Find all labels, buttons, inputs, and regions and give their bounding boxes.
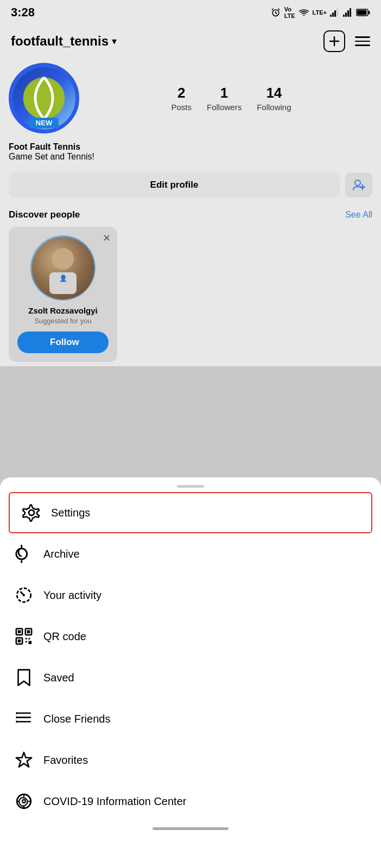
vo-lte-icon: VoLTE xyxy=(284,6,295,19)
new-post-button[interactable] xyxy=(323,30,345,52)
svg-point-30 xyxy=(23,594,25,596)
svg-rect-7 xyxy=(334,10,336,17)
home-indicator xyxy=(153,827,228,830)
svg-point-18 xyxy=(23,78,65,119)
svg-marker-46 xyxy=(16,720,18,723)
close-friends-svg-icon xyxy=(15,710,33,728)
menu-item-qr-code[interactable]: QR code xyxy=(0,616,381,657)
tennis-ball-image xyxy=(22,76,66,120)
plus-icon xyxy=(329,36,340,47)
discover-header: Discover people See All xyxy=(9,209,372,220)
svg-rect-11 xyxy=(347,10,349,17)
svg-point-22 xyxy=(52,248,74,270)
followers-stat[interactable]: 1 Followers xyxy=(207,85,242,112)
add-person-button[interactable] xyxy=(345,173,372,197)
follow-button[interactable]: Follow xyxy=(17,331,109,353)
svg-line-2 xyxy=(276,13,277,14)
hamburger-line-1 xyxy=(355,36,370,38)
your-activity-icon xyxy=(13,584,35,606)
signal1-icon xyxy=(330,8,340,17)
saved-label: Saved xyxy=(43,672,74,684)
activity-svg-icon xyxy=(15,586,33,604)
svg-rect-32 xyxy=(18,630,21,634)
close-card-button[interactable]: ✕ xyxy=(103,232,111,244)
status-bar: 3:28 VoLTE LTE+ xyxy=(0,0,381,24)
bio-name: Foot Fault Tennis xyxy=(9,142,372,152)
wifi-icon xyxy=(299,8,309,17)
svg-point-25 xyxy=(29,510,34,515)
see-all-button[interactable]: See All xyxy=(345,210,372,220)
svg-rect-10 xyxy=(345,12,347,17)
add-person-icon xyxy=(352,179,365,191)
svg-line-4 xyxy=(278,9,280,10)
username-row[interactable]: footfault_tennis ▾ xyxy=(11,34,117,49)
avatar-wrapper[interactable]: NEW xyxy=(9,63,79,133)
menu-item-saved[interactable]: Saved xyxy=(0,657,381,698)
nav-icons xyxy=(323,30,370,52)
settings-label: Settings xyxy=(51,507,90,519)
bio-tagline: Game Set and Tennis! xyxy=(9,152,372,162)
gear-icon xyxy=(22,503,41,522)
svg-point-19 xyxy=(355,180,360,186)
svg-point-48 xyxy=(22,800,26,803)
archive-icon xyxy=(13,543,35,565)
following-stat[interactable]: 14 Following xyxy=(257,85,291,112)
following-count: 14 xyxy=(266,85,282,101)
suggest-label: Suggested for you xyxy=(34,317,92,325)
discover-section: Discover people See All ✕ 👤 Zsolt Rozsav… xyxy=(9,205,372,366)
username: footfault_tennis xyxy=(11,34,109,49)
svg-rect-39 xyxy=(26,641,27,643)
svg-rect-14 xyxy=(357,10,367,15)
svg-rect-8 xyxy=(336,8,338,17)
menu-item-covid[interactable]: COVID-19 Information Center xyxy=(0,781,381,822)
svg-marker-45 xyxy=(16,716,18,719)
svg-rect-36 xyxy=(18,640,21,643)
discover-card: ✕ 👤 Zsolt Rozsavolgyi Suggested for you … xyxy=(9,227,117,362)
close-friends-label: Close Friends xyxy=(43,713,110,725)
settings-icon xyxy=(21,502,42,524)
svg-rect-12 xyxy=(350,8,351,17)
your-activity-label: Your activity xyxy=(43,589,101,602)
person-image: 👤 xyxy=(41,242,85,294)
covid-icon xyxy=(13,790,35,812)
menu-item-favorites[interactable]: Favorites xyxy=(0,739,381,781)
saved-icon xyxy=(13,667,35,688)
discover-title: Discover people xyxy=(9,209,80,220)
posts-stat[interactable]: 2 Posts xyxy=(171,85,192,112)
hamburger-line-3 xyxy=(355,44,370,46)
star-svg-icon xyxy=(15,751,33,769)
archive-svg-icon xyxy=(15,545,33,563)
menu-item-settings[interactable]: Settings xyxy=(9,492,372,533)
svg-rect-37 xyxy=(26,638,27,640)
alarm-icon xyxy=(270,7,281,18)
bottom-sheet-handle xyxy=(177,485,204,488)
suggest-name: Zsolt Rozsavolgyi xyxy=(28,306,98,315)
suggest-avatar: 👤 xyxy=(30,235,96,301)
top-nav: footfault_tennis ▾ xyxy=(9,24,372,59)
action-row: Edit profile xyxy=(9,168,372,205)
favorites-icon xyxy=(13,749,35,771)
close-friends-icon xyxy=(13,708,35,730)
svg-rect-15 xyxy=(369,11,370,14)
menu-button[interactable] xyxy=(355,36,370,46)
chevron-down-icon[interactable]: ▾ xyxy=(112,35,117,47)
menu-item-your-activity[interactable]: Your activity xyxy=(0,575,381,616)
svg-rect-6 xyxy=(332,12,334,17)
suggest-avatar-inner: 👤 xyxy=(32,237,94,299)
svg-rect-9 xyxy=(343,15,345,17)
new-badge: NEW xyxy=(29,118,59,128)
bottom-sheet: Settings Archive Your activity xyxy=(0,477,381,868)
edit-profile-button[interactable]: Edit profile xyxy=(9,173,340,197)
menu-item-archive[interactable]: Archive xyxy=(0,533,381,575)
bottom-nav-bar xyxy=(0,822,381,834)
qr-code-label: QR code xyxy=(43,630,86,643)
bio-section: Foot Fault Tennis Game Set and Tennis! xyxy=(9,140,372,168)
menu-item-close-friends[interactable]: Close Friends xyxy=(0,698,381,739)
profile-background: footfault_tennis ▾ xyxy=(0,24,381,366)
svg-line-3 xyxy=(272,9,273,10)
lte-icon: LTE+ xyxy=(313,9,327,16)
followers-label: Followers xyxy=(207,103,242,112)
following-label: Following xyxy=(257,103,291,112)
qr-svg-icon xyxy=(15,627,33,646)
signal2-icon xyxy=(343,8,353,17)
